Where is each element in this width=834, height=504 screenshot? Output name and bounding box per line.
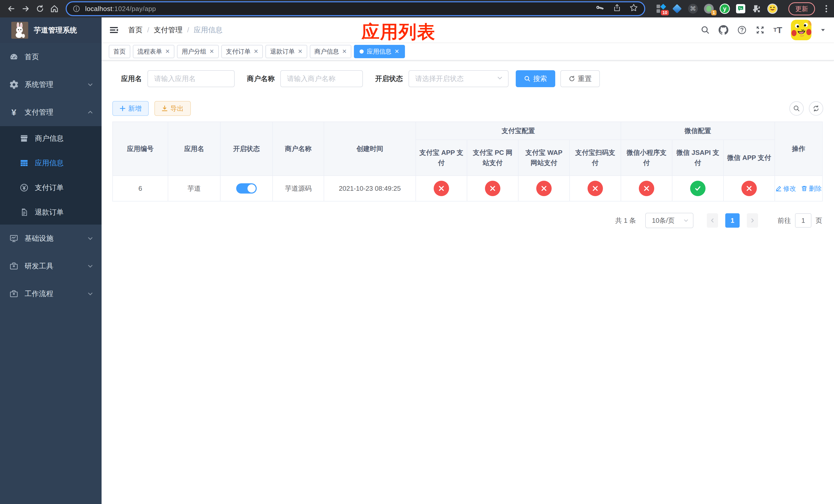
col-app-id: 应用编号 [113,122,168,176]
chevron-down-icon [683,217,689,223]
sidebar-item-dev-tools[interactable]: 研发工具 [0,252,102,280]
close-icon[interactable]: ✕ [342,49,347,54]
tab-process-form[interactable]: 流程表单✕ [133,45,174,58]
sidebar-item-payment[interactable]: ¥ 支付管理 [0,98,102,126]
delete-link[interactable]: 删除 [801,184,822,193]
close-icon[interactable]: ✕ [209,49,214,54]
merchant-name-input[interactable] [280,70,363,87]
breadcrumb-payment[interactable]: 支付管理 [154,25,182,35]
edit-link[interactable]: 修改 [775,184,796,193]
search-form: 应用名 商户名称 开启状态 请选择开启状态 搜索 重置 [112,70,823,87]
app-table: 应用编号 应用名 开启状态 商户名称 创建时间 支付宝配置 微信配置 操作 支付… [112,121,823,202]
status-select[interactable]: 请选择开启状态 [409,70,508,87]
col-alipay-wap: 支付宝 WAP 网站支付 [518,140,570,176]
breadcrumb-home[interactable]: 首页 [128,25,142,35]
close-icon[interactable]: ✕ [394,49,399,54]
briefcase-icon [9,289,19,298]
page-size-select[interactable]: 10条/页 [645,213,694,228]
browser-home-button[interactable] [47,2,62,16]
password-key-icon[interactable] [596,3,605,14]
tab-merchant-info[interactable]: 商户信息✕ [310,45,351,58]
app-name-input[interactable] [148,70,235,87]
tab-user-group[interactable]: 用户分组✕ [177,45,219,58]
help-icon[interactable] [737,25,747,35]
cell-app-name: 芋道 [168,176,220,201]
sidebar-item-home[interactable]: 首页 [0,43,102,71]
export-button[interactable]: 导出 [154,101,191,116]
extension-command-icon[interactable]: ⌘ [688,4,698,14]
search-icon[interactable] [701,25,710,35]
sidebar-item-label: 商户信息 [35,134,93,143]
sidebar-item-label: 基础设施 [25,233,87,243]
bookmark-star-icon[interactable] [629,3,638,14]
tab-pay-order[interactable]: 支付订单✕ [221,45,263,58]
disabled-icon [639,181,654,196]
sidebar-item-label: 首页 [25,52,93,62]
yen-icon: ¥ [9,108,19,117]
chevron-down-icon [87,263,93,269]
tab-refund-order[interactable]: 退款订单✕ [265,45,307,58]
briefcase-icon [9,261,19,271]
sidebar-item-refund-order[interactable]: 退款订单 [0,200,102,225]
extension-y-icon[interactable]: y [720,4,730,14]
font-size-icon[interactable]: TT [773,26,782,35]
close-icon[interactable]: ✕ [298,49,302,54]
sidebar-item-workflow[interactable]: 工作流程 [0,280,102,307]
col-created: 创建时间 [324,122,416,176]
profile-emoji-avatar[interactable] [767,4,777,14]
monitor-chart-icon [9,234,19,243]
extension-grid-diamond-icon[interactable]: 10 [656,4,666,14]
screen: localhost:1024/pay/app 10 ⌘ [0,0,834,504]
sidebar-item-pay-order[interactable]: 支付订单 [0,175,102,200]
add-button[interactable]: 新增 [112,101,149,116]
sidebar-collapse-icon[interactable] [109,25,119,35]
reset-button[interactable]: 重置 [561,70,600,87]
cell-created: 2021-10-23 08:49:25 [324,176,416,201]
next-page-button[interactable] [747,213,758,228]
close-icon[interactable]: ✕ [165,49,170,54]
page-content: 应用名 商户名称 开启状态 请选择开启状态 搜索 重置 [102,61,834,504]
page-number-1[interactable]: 1 [725,213,740,228]
search-button[interactable]: 搜索 [516,70,555,87]
browser-forward-button[interactable] [19,2,33,16]
extension-badge: 10 [661,10,669,15]
chevron-down-icon [87,235,93,242]
tab-home[interactable]: 首页 [109,45,130,58]
status-toggle[interactable] [236,183,257,193]
browser-menu-icon[interactable] [823,4,830,14]
github-icon[interactable] [719,25,728,35]
share-icon[interactable] [613,4,621,14]
address-bar[interactable]: localhost:1024/pay/app [66,1,645,16]
pagination: 共 1 条 10条/页 1 前往 页 [112,213,822,228]
url-text: localhost:1024/pay/app [85,5,596,13]
extension-badge: 1 [711,10,717,15]
goto-page-input[interactable] [795,213,811,228]
close-icon[interactable]: ✕ [254,49,258,54]
user-avatar[interactable] [791,20,811,40]
browser-back-button[interactable] [4,2,19,16]
sidebar-item-infrastructure[interactable]: 基础设施 [0,225,102,252]
sidebar-item-app-info[interactable]: 应用信息 [0,151,102,175]
browser-reload-button[interactable] [33,2,47,16]
avatar-caret-icon[interactable] [820,27,826,33]
sidebar-item-system[interactable]: 系统管理 [0,71,102,98]
top-navbar: 首页 / 支付管理 / 应用信息 应用列表 [102,18,834,43]
extension-chat-icon[interactable] [736,4,746,14]
logo-rabbit-image [11,22,28,39]
refresh-button[interactable] [809,101,823,116]
app-logo[interactable]: 芋道管理系统 [0,18,102,43]
prev-page-button[interactable] [707,213,718,228]
merchant-name-label: 商户名称 [247,74,275,83]
enabled-icon [690,181,705,196]
tab-app-info[interactable]: 应用信息✕ [354,45,405,58]
sidebar-item-label: 退款订单 [35,207,93,217]
fullscreen-icon[interactable] [755,25,765,35]
chevron-down-icon [497,75,503,83]
extension-kite-icon[interactable] [672,4,682,14]
site-info-icon[interactable] [73,5,80,12]
browser-update-button[interactable]: 更新 [788,2,815,15]
extension-oval-icon[interactable]: 1 [704,4,714,14]
extensions-puzzle-icon[interactable] [751,4,762,14]
sidebar-item-merchant-info[interactable]: 商户信息 [0,126,102,151]
toggle-search-button[interactable] [789,101,804,116]
